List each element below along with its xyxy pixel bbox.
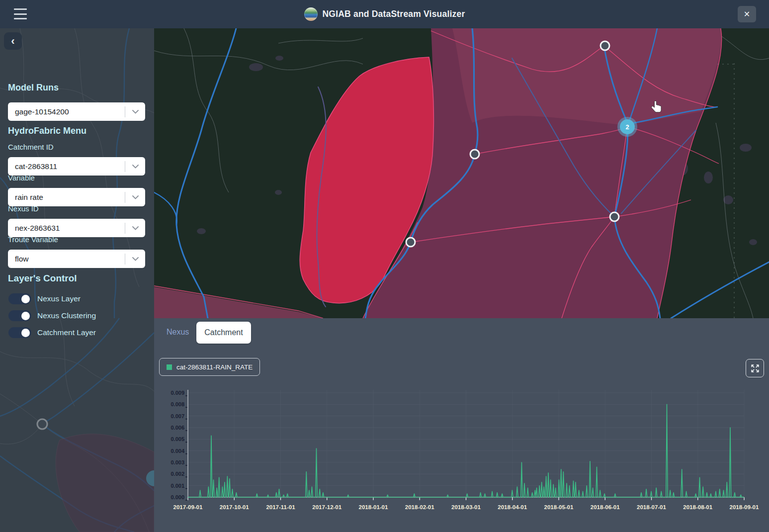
- nexus-cluster-badge[interactable]: 2: [617, 117, 637, 137]
- catchment-id-value: cat-2863811: [8, 162, 125, 171]
- svg-text:0.002: 0.002: [171, 471, 184, 477]
- sidebar-collapse-button[interactable]: ‹: [4, 32, 22, 50]
- svg-text:2018-09-01: 2018-09-01: [730, 504, 759, 510]
- menu-button[interactable]: [14, 8, 27, 19]
- toggle-knob: [21, 312, 30, 320]
- svg-text:2018-06-01: 2018-06-01: [591, 504, 620, 510]
- troute-variable-value: flow: [8, 255, 125, 264]
- svg-text:2017-10-01: 2017-10-01: [220, 504, 249, 510]
- svg-text:2017-09-01: 2017-09-01: [173, 504, 203, 510]
- catchment-id-label: Catchment ID: [8, 143, 54, 151]
- layers-control-heading: Layer's Control: [8, 273, 77, 284]
- svg-text:2018-04-01: 2018-04-01: [498, 504, 527, 510]
- chevron-down-icon: [125, 195, 145, 199]
- timeseries-panel: Nexus Catchment cat-2863811-RAIN_RATE 0.…: [154, 318, 769, 532]
- expand-icon: [750, 363, 761, 374]
- svg-text:0.000: 0.000: [171, 494, 184, 500]
- chevron-left-icon: ‹: [11, 35, 14, 47]
- nexus-marker[interactable]: [470, 150, 479, 159]
- model-run-value: gage-10154200: [8, 107, 125, 116]
- catchment-layer-label: Catchment Layer: [37, 328, 96, 337]
- svg-text:2018-07-01: 2018-07-01: [637, 504, 666, 510]
- catchment-area-maroon-light[interactable]: [452, 28, 721, 125]
- nexus-clustering-toggle[interactable]: [8, 310, 31, 321]
- series-swatch: [167, 364, 172, 370]
- nexus-id-value: nex-2863631: [8, 224, 125, 233]
- svg-text:0.007: 0.007: [171, 413, 184, 419]
- app-window: 2: [0, 0, 769, 532]
- nexus-layer-toggle[interactable]: [8, 293, 31, 304]
- svg-text:0.005: 0.005: [171, 436, 184, 442]
- svg-text:0.003: 0.003: [171, 459, 184, 465]
- hamburger-icon: [14, 8, 27, 10]
- nexus-layer-toggle-row: Nexus Layer: [8, 293, 81, 304]
- tab-catchment[interactable]: Catchment: [196, 322, 251, 344]
- variable-value: rain rate: [8, 193, 125, 202]
- app-header: NGIAB and DataStream Visualizer ✕: [0, 0, 769, 28]
- svg-text:2017-11-01: 2017-11-01: [266, 504, 295, 510]
- close-icon: ✕: [744, 9, 750, 19]
- nexus-marker[interactable]: [600, 41, 609, 50]
- variable-select[interactable]: rain rate: [8, 188, 145, 206]
- svg-text:0.006: 0.006: [171, 425, 184, 431]
- fullscreen-button[interactable]: [746, 359, 764, 377]
- svg-text:0.008: 0.008: [171, 401, 184, 407]
- svg-text:2018-02-01: 2018-02-01: [405, 504, 434, 510]
- toggle-knob: [21, 295, 30, 303]
- legend-item[interactable]: cat-2863811-RAIN_RATE: [159, 358, 260, 376]
- svg-text:2018-05-01: 2018-05-01: [544, 504, 574, 510]
- model-runs-heading: Model Runs: [8, 83, 59, 93]
- svg-text:0.009: 0.009: [171, 390, 184, 396]
- nexus-clustering-label: Nexus Clustering: [37, 311, 96, 320]
- close-button[interactable]: ✕: [738, 6, 756, 22]
- sidebar: ‹ Model Runs gage-10154200 HydroFabric M…: [0, 28, 154, 532]
- model-run-select[interactable]: gage-10154200: [8, 102, 145, 121]
- toggle-knob: [21, 329, 30, 337]
- svg-text:2018-08-01: 2018-08-01: [683, 504, 712, 510]
- nexus-layer-label: Nexus Layer: [37, 294, 81, 303]
- nexus-marker[interactable]: [406, 238, 415, 247]
- chevron-down-icon: [125, 226, 145, 230]
- cluster-count-label: 2: [625, 123, 629, 131]
- svg-text:2018-03-01: 2018-03-01: [451, 504, 481, 510]
- nexus-marker[interactable]: [610, 212, 619, 221]
- map-canvas[interactable]: 2: [154, 28, 769, 318]
- chevron-down-icon: [125, 165, 145, 169]
- app-title: NGIAB and DataStream Visualizer: [323, 9, 465, 19]
- hydrofabric-heading: HydroFabric Menu: [8, 126, 86, 136]
- troute-variable-select[interactable]: flow: [8, 250, 145, 268]
- variable-label: Variable: [8, 174, 35, 182]
- app-logo-icon: [304, 7, 318, 21]
- svg-text:0.004: 0.004: [171, 448, 184, 454]
- nexus-id-label: Nexus ID: [8, 204, 39, 213]
- tab-nexus[interactable]: Nexus: [167, 328, 189, 337]
- nexus-clustering-toggle-row: Nexus Clustering: [8, 310, 96, 321]
- catchment-layer-toggle-row: Catchment Layer: [8, 327, 96, 338]
- chevron-down-icon: [125, 110, 145, 114]
- svg-text:2018-01-01: 2018-01-01: [359, 504, 388, 510]
- svg-text:2017-12-01: 2017-12-01: [312, 504, 342, 510]
- legend-label: cat-2863811-RAIN_RATE: [176, 363, 253, 371]
- chevron-down-icon: [125, 257, 145, 261]
- nexus-id-select[interactable]: nex-2863631: [8, 219, 145, 237]
- svg-text:0.001: 0.001: [171, 483, 184, 489]
- troute-variable-label: Troute Variable: [8, 235, 58, 244]
- timeseries-plot[interactable]: 0.0000.0010.0020.0030.0040.0050.0060.007…: [154, 388, 769, 532]
- catchment-id-select[interactable]: cat-2863811: [8, 157, 145, 176]
- catchment-layer-toggle[interactable]: [8, 327, 31, 338]
